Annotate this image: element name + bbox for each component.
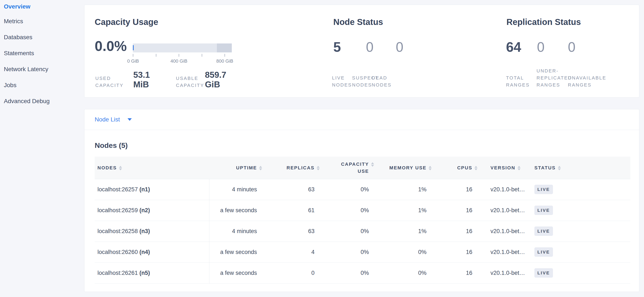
capacity-use-cell: 0% [316, 242, 370, 263]
column-header-label: USE [358, 169, 369, 174]
memory-use-cell: 1% [370, 200, 428, 221]
node-address-cell[interactable]: localhost:26261 (n5) [95, 263, 209, 283]
version-cell: v20.1.0-bet… [474, 221, 526, 242]
replicas-cell: 63 [258, 179, 316, 200]
cpus-cell: 16 [428, 242, 474, 263]
uptime-cell: 4 minutes [209, 179, 258, 200]
node-address-cell[interactable]: localhost:26258 (n3) [95, 221, 209, 242]
node-address-cell[interactable]: localhost:26257 (n1) [95, 179, 209, 200]
replication-value-under-replicated-ranges: 0 [537, 40, 545, 54]
usable-capacity-label: USABLE CAPACITY [176, 75, 204, 89]
node-id: (n2) [140, 207, 150, 214]
node-id: (n3) [140, 228, 150, 234]
sidebar-item-jobs[interactable]: Jobs [0, 77, 84, 93]
cpus-cell: 16 [428, 200, 474, 221]
version-cell: v20.1.0-bet… [474, 179, 526, 200]
table-header-row: NODESUPTIMEREPLICASCAPACITYUSEMEMORY USE… [95, 157, 630, 179]
replication-label-under-replicated-ranges: UNDER- REPLICATED RANGES [536, 67, 572, 88]
capacity-axis-tick [133, 54, 133, 57]
node-address: localhost:26261 [98, 270, 140, 276]
capacity-axis-tick-label: 800 GiB [216, 58, 233, 64]
column-header-memory_use[interactable]: MEMORY USE [370, 157, 428, 179]
column-header-nodes[interactable]: NODES [95, 157, 209, 179]
table-row: localhost:26261 (n5)a few seconds00%0%16… [95, 263, 630, 283]
table-row: localhost:26260 (n4)a few seconds40%0%16… [95, 242, 630, 263]
node-status-value-live-nodes: 5 [333, 40, 341, 54]
capacity-bar [133, 43, 232, 52]
status-badge: LIVE [534, 185, 553, 194]
nodes-table-wrap: NODESUPTIMEREPLICASCAPACITYUSEMEMORY USE… [95, 157, 630, 284]
capacity-use-cell: 0% [316, 179, 370, 200]
column-header-label: NODES [98, 165, 117, 170]
memory-use-cell: 1% [370, 179, 428, 200]
status-badge: LIVE [534, 227, 553, 236]
node-address: localhost:26260 [98, 249, 140, 255]
capacity-use-cell: 0% [316, 263, 370, 283]
usable-capacity-value: 859.7 GiB [205, 70, 226, 89]
capacity-axis: 0 GiB400 GiB800 GiB [133, 52, 232, 67]
capacity-use-cell: 0% [316, 221, 370, 242]
cpus-cell: 16 [428, 221, 474, 242]
node-status-title: Node Status [333, 17, 383, 27]
replication-value-total-ranges: 64 [506, 40, 521, 54]
node-address-cell[interactable]: localhost:26259 (n2) [95, 200, 209, 221]
node-id: (n5) [140, 270, 150, 276]
table-row: localhost:26258 (n3)4 minutes630%1%16v20… [95, 221, 630, 242]
replication-label-unavailable-ranges: UNAVAILABLE RANGES [568, 74, 606, 88]
node-address: localhost:26258 [98, 228, 140, 234]
capacity-axis-tick-label: 0 GiB [127, 58, 139, 64]
capacity-axis-tick [179, 54, 179, 57]
node-address: localhost:26257 [98, 186, 140, 193]
used-capacity-value: 53.1 MiB [133, 70, 150, 89]
uptime-cell: 4 minutes [209, 221, 258, 242]
sidebar-item-statements[interactable]: Statements [0, 45, 84, 61]
column-header-cpus[interactable]: CPUS [428, 157, 474, 179]
capacity-bar-dark-segment [217, 43, 232, 52]
column-header-uptime[interactable]: UPTIME [209, 157, 258, 179]
column-header-replicas[interactable]: REPLICAS [258, 157, 316, 179]
column-header-label: MEMORY USE [390, 165, 426, 170]
capacity-axis-tick [156, 54, 156, 57]
capacity-axis-tick [202, 54, 202, 57]
nodes-count-title: Nodes (5) [95, 141, 128, 150]
version-cell: v20.1.0-bet… [474, 263, 526, 283]
sidebar-item-overview[interactable]: Overview [0, 0, 84, 13]
sidebar-item-databases[interactable]: Databases [0, 29, 84, 45]
sidebar-item-metrics[interactable]: Metrics [0, 13, 84, 29]
column-header-label: STATUS [534, 165, 556, 170]
node-list-dropdown-label: Node List [95, 116, 120, 123]
node-address-cell[interactable]: localhost:26260 (n4) [95, 242, 209, 263]
column-header-label: CAPACITY [341, 162, 369, 167]
replicas-cell: 61 [258, 200, 316, 221]
cluster-summary-card: Capacity Usage 0.0% 0 GiB400 GiB800 GiB … [84, 5, 639, 98]
sidebar-item-advanced-debug[interactable]: Advanced Debug [0, 93, 84, 109]
node-status-value-dead-nodes: 0 [396, 40, 404, 54]
replication-label-total-ranges: TOTAL RANGES [506, 74, 530, 88]
used-capacity-label: USED CAPACITY [95, 75, 124, 89]
node-address: localhost:26259 [98, 207, 140, 214]
uptime-cell: a few seconds [209, 200, 258, 221]
cpus-cell: 16 [428, 263, 474, 283]
node-list-dropdown[interactable]: Node List [84, 109, 639, 130]
sidebar-item-network-latency[interactable]: Network Latency [0, 61, 84, 77]
node-list-panel: Node List Nodes (5) NODESUPTIMEREPLICASC… [84, 109, 639, 292]
status-cell: LIVE [526, 242, 590, 263]
node-status-label-dead-nodes: DEAD NODES [372, 74, 392, 88]
column-header-version[interactable]: VERSION [474, 157, 526, 179]
replicas-cell: 4 [258, 242, 316, 263]
status-cell: LIVE [526, 200, 590, 221]
uptime-cell: a few seconds [209, 263, 258, 283]
chevron-down-icon [128, 118, 132, 121]
uptime-cell: a few seconds [209, 242, 258, 263]
capacity-used-marker [133, 45, 134, 50]
replication-value-unavailable-ranges: 0 [568, 40, 576, 54]
column-header-capacity_use[interactable]: CAPACITYUSE [316, 157, 370, 179]
node-status-label-live-nodes: LIVE NODES [332, 74, 352, 88]
capacity-usage-title: Capacity Usage [95, 17, 158, 27]
capacity-axis-tick-label: 400 GiB [170, 58, 188, 64]
version-cell: v20.1.0-bet… [474, 200, 526, 221]
node-id: (n1) [140, 186, 150, 193]
column-header-status[interactable]: STATUS [526, 157, 590, 179]
status-badge: LIVE [534, 268, 553, 278]
memory-use-cell: 0% [370, 242, 428, 263]
